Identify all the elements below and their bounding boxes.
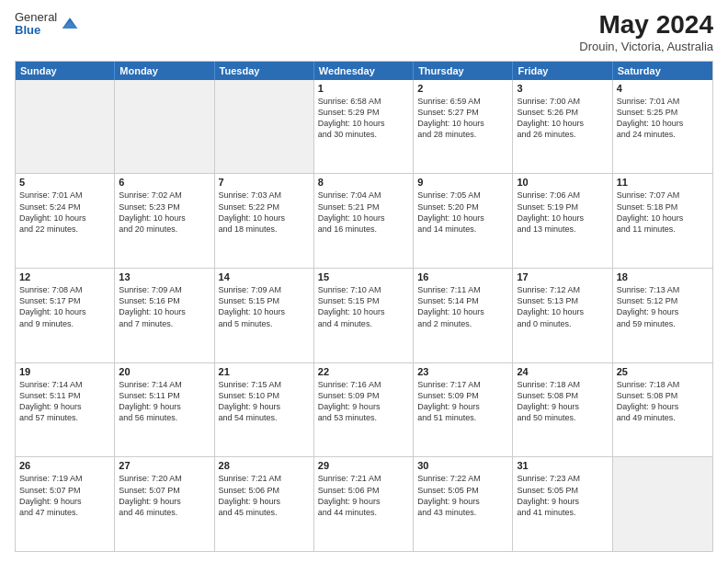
calendar-cell: 13Sunrise: 7:09 AM Sunset: 5:16 PM Dayli… — [115, 269, 214, 362]
calendar-cell: 25Sunrise: 7:18 AM Sunset: 5:08 PM Dayli… — [613, 363, 712, 457]
calendar-cell: 19Sunrise: 7:14 AM Sunset: 5:11 PM Dayli… — [16, 363, 115, 457]
cell-info: Sunrise: 7:00 AM Sunset: 5:26 PM Dayligh… — [517, 96, 608, 141]
cell-info: Sunrise: 7:18 AM Sunset: 5:08 PM Dayligh… — [617, 379, 709, 424]
page: General Blue May 2024 Drouin, Victoria, … — [0, 0, 728, 563]
cell-info: Sunrise: 7:10 AM Sunset: 5:15 PM Dayligh… — [318, 284, 409, 329]
cell-info: Sunrise: 7:03 AM Sunset: 5:22 PM Dayligh… — [219, 190, 310, 235]
calendar-cell: 23Sunrise: 7:17 AM Sunset: 5:09 PM Dayli… — [414, 363, 513, 457]
calendar-cell: 24Sunrise: 7:18 AM Sunset: 5:08 PM Dayli… — [513, 363, 612, 457]
header-cell-saturday: Saturday — [613, 62, 712, 80]
calendar-cell — [613, 457, 712, 551]
calendar-cell: 17Sunrise: 7:12 AM Sunset: 5:13 PM Dayli… — [513, 269, 612, 362]
day-number: 12 — [19, 271, 110, 282]
calendar-header: SundayMondayTuesdayWednesdayThursdayFrid… — [16, 62, 712, 80]
cell-info: Sunrise: 7:18 AM Sunset: 5:08 PM Dayligh… — [517, 379, 608, 424]
logo-general: General — [15, 11, 57, 24]
calendar-row-5: 26Sunrise: 7:19 AM Sunset: 5:07 PM Dayli… — [16, 456, 712, 551]
calendar-cell: 4Sunrise: 7:01 AM Sunset: 5:25 PM Daylig… — [613, 80, 712, 174]
header: General Blue May 2024 Drouin, Victoria, … — [15, 11, 713, 53]
day-number: 3 — [517, 83, 608, 94]
title-section: May 2024 Drouin, Victoria, Australia — [579, 11, 713, 53]
calendar-cell: 20Sunrise: 7:14 AM Sunset: 5:11 PM Dayli… — [115, 363, 214, 457]
day-number: 23 — [417, 366, 508, 377]
cell-info: Sunrise: 7:22 AM Sunset: 5:05 PM Dayligh… — [417, 473, 508, 518]
calendar-cell: 12Sunrise: 7:08 AM Sunset: 5:17 PM Dayli… — [16, 269, 115, 362]
day-number: 4 — [617, 83, 709, 94]
header-cell-tuesday: Tuesday — [215, 62, 314, 80]
calendar-cell: 26Sunrise: 7:19 AM Sunset: 5:07 PM Dayli… — [16, 457, 115, 551]
calendar-cell: 28Sunrise: 7:21 AM Sunset: 5:06 PM Dayli… — [215, 457, 314, 551]
day-number: 22 — [318, 366, 409, 377]
cell-info: Sunrise: 7:06 AM Sunset: 5:19 PM Dayligh… — [517, 190, 608, 235]
cell-info: Sunrise: 7:21 AM Sunset: 5:06 PM Dayligh… — [318, 473, 409, 518]
cell-info: Sunrise: 7:12 AM Sunset: 5:13 PM Dayligh… — [517, 284, 608, 329]
svg-marker-1 — [63, 21, 78, 29]
calendar-cell: 2Sunrise: 6:59 AM Sunset: 5:27 PM Daylig… — [414, 80, 513, 174]
day-number: 5 — [19, 177, 110, 188]
calendar-cell: 10Sunrise: 7:06 AM Sunset: 5:19 PM Dayli… — [513, 174, 612, 268]
cell-info: Sunrise: 6:59 AM Sunset: 5:27 PM Dayligh… — [417, 96, 508, 141]
location: Drouin, Victoria, Australia — [579, 40, 713, 53]
logo: General Blue — [15, 11, 79, 38]
day-number: 30 — [417, 460, 508, 471]
calendar-cell: 21Sunrise: 7:15 AM Sunset: 5:10 PM Dayli… — [215, 363, 314, 457]
cell-info: Sunrise: 7:15 AM Sunset: 5:10 PM Dayligh… — [219, 379, 310, 424]
calendar-row-4: 19Sunrise: 7:14 AM Sunset: 5:11 PM Dayli… — [16, 362, 712, 457]
day-number: 17 — [517, 271, 608, 282]
calendar-cell: 22Sunrise: 7:16 AM Sunset: 5:09 PM Dayli… — [314, 363, 414, 457]
day-number: 10 — [517, 177, 608, 188]
calendar-cell: 6Sunrise: 7:02 AM Sunset: 5:23 PM Daylig… — [115, 174, 214, 268]
day-number: 19 — [19, 366, 110, 377]
calendar-cell: 8Sunrise: 7:04 AM Sunset: 5:21 PM Daylig… — [314, 174, 414, 268]
calendar: SundayMondayTuesdayWednesdayThursdayFrid… — [15, 61, 713, 552]
day-number: 11 — [617, 177, 709, 188]
cell-info: Sunrise: 7:07 AM Sunset: 5:18 PM Dayligh… — [617, 190, 709, 235]
cell-info: Sunrise: 7:14 AM Sunset: 5:11 PM Dayligh… — [19, 379, 110, 424]
cell-info: Sunrise: 7:19 AM Sunset: 5:07 PM Dayligh… — [19, 473, 110, 518]
calendar-cell: 1Sunrise: 6:58 AM Sunset: 5:29 PM Daylig… — [314, 80, 414, 174]
calendar-row-3: 12Sunrise: 7:08 AM Sunset: 5:17 PM Dayli… — [16, 268, 712, 362]
calendar-cell: 14Sunrise: 7:09 AM Sunset: 5:15 PM Dayli… — [215, 269, 314, 362]
calendar-cell: 15Sunrise: 7:10 AM Sunset: 5:15 PM Dayli… — [314, 269, 414, 362]
day-number: 18 — [617, 271, 709, 282]
cell-info: Sunrise: 7:20 AM Sunset: 5:07 PM Dayligh… — [119, 473, 210, 518]
cell-info: Sunrise: 6:58 AM Sunset: 5:29 PM Dayligh… — [318, 96, 409, 141]
day-number: 1 — [318, 83, 409, 94]
calendar-cell: 27Sunrise: 7:20 AM Sunset: 5:07 PM Dayli… — [115, 457, 214, 551]
day-number: 16 — [417, 271, 508, 282]
day-number: 25 — [617, 366, 709, 377]
cell-info: Sunrise: 7:17 AM Sunset: 5:09 PM Dayligh… — [417, 379, 508, 424]
day-number: 15 — [318, 271, 409, 282]
calendar-cell — [16, 80, 115, 174]
day-number: 9 — [417, 177, 508, 188]
cell-info: Sunrise: 7:14 AM Sunset: 5:11 PM Dayligh… — [119, 379, 210, 424]
day-number: 8 — [318, 177, 409, 188]
calendar-cell: 30Sunrise: 7:22 AM Sunset: 5:05 PM Dayli… — [414, 457, 513, 551]
header-cell-thursday: Thursday — [414, 62, 513, 80]
calendar-row-1: 1Sunrise: 6:58 AM Sunset: 5:29 PM Daylig… — [16, 80, 712, 174]
cell-info: Sunrise: 7:08 AM Sunset: 5:17 PM Dayligh… — [19, 284, 110, 329]
day-number: 28 — [219, 460, 310, 471]
calendar-cell: 3Sunrise: 7:00 AM Sunset: 5:26 PM Daylig… — [513, 80, 612, 174]
day-number: 13 — [119, 271, 210, 282]
calendar-cell — [215, 80, 314, 174]
header-cell-friday: Friday — [513, 62, 612, 80]
cell-info: Sunrise: 7:13 AM Sunset: 5:12 PM Dayligh… — [617, 284, 709, 329]
day-number: 2 — [417, 83, 508, 94]
calendar-cell — [115, 80, 214, 174]
cell-info: Sunrise: 7:01 AM Sunset: 5:25 PM Dayligh… — [617, 96, 709, 141]
calendar-cell: 29Sunrise: 7:21 AM Sunset: 5:06 PM Dayli… — [314, 457, 414, 551]
day-number: 20 — [119, 366, 210, 377]
header-cell-monday: Monday — [115, 62, 214, 80]
logo-icon — [61, 15, 79, 33]
day-number: 31 — [517, 460, 608, 471]
header-cell-wednesday: Wednesday — [314, 62, 414, 80]
calendar-body: 1Sunrise: 6:58 AM Sunset: 5:29 PM Daylig… — [16, 80, 712, 551]
day-number: 27 — [119, 460, 210, 471]
day-number: 7 — [219, 177, 310, 188]
logo-blue: Blue — [15, 24, 57, 37]
cell-info: Sunrise: 7:23 AM Sunset: 5:05 PM Dayligh… — [517, 473, 608, 518]
calendar-cell: 31Sunrise: 7:23 AM Sunset: 5:05 PM Dayli… — [513, 457, 612, 551]
cell-info: Sunrise: 7:02 AM Sunset: 5:23 PM Dayligh… — [119, 190, 210, 235]
header-cell-sunday: Sunday — [16, 62, 115, 80]
